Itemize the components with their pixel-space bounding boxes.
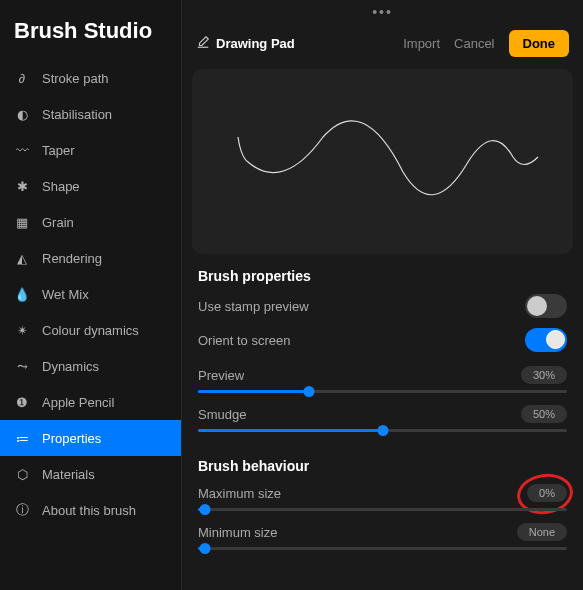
smudge-value: 50%: [521, 405, 567, 423]
orient-toggle[interactable]: [525, 328, 567, 352]
sidebar-item-label: Taper: [42, 143, 75, 158]
sidebar-list: ∂Stroke path◐Stabilisation〰Taper✱Shape▦G…: [0, 60, 181, 590]
sidebar-item-label: Apple Pencil: [42, 395, 114, 410]
orient-label: Orient to screen: [198, 333, 291, 348]
sidebar-item-label: Dynamics: [42, 359, 99, 374]
sidebar-item-label: Stabilisation: [42, 107, 112, 122]
app-title: Brush Studio: [0, 0, 181, 60]
sidebar-item-label: Grain: [42, 215, 74, 230]
sidebar-item-label: Shape: [42, 179, 80, 194]
min-size-value: None: [517, 523, 567, 541]
import-button[interactable]: Import: [403, 36, 440, 51]
brush-properties-section: Brush properties Use stamp preview Orien…: [182, 268, 583, 458]
preview-slider[interactable]: [198, 390, 567, 393]
drawing-canvas[interactable]: [192, 69, 573, 254]
smudge-slider[interactable]: [198, 429, 567, 432]
done-button[interactable]: Done: [509, 30, 570, 57]
properties-icon: ≔: [14, 430, 30, 446]
header-actions: Import Cancel Done: [403, 30, 569, 57]
stroke-path-icon: ∂: [14, 70, 30, 86]
max-size-label: Maximum size: [198, 486, 281, 501]
grain-icon: ▦: [14, 214, 30, 230]
materials-icon: ⬡: [14, 466, 30, 482]
sidebar-item-dynamics[interactable]: ⤳Dynamics: [0, 348, 181, 384]
sidebar-item-stabilisation[interactable]: ◐Stabilisation: [0, 96, 181, 132]
section-title-properties: Brush properties: [198, 268, 567, 284]
brush-behaviour-section: Brush behaviour Maximum size 0% Minimum …: [182, 458, 583, 576]
sidebar-item-label: Stroke path: [42, 71, 109, 86]
dynamics-icon: ⤳: [14, 358, 30, 374]
smudge-label: Smudge: [198, 407, 246, 422]
max-size-value: 0%: [527, 484, 567, 502]
sidebar-item-label: Materials: [42, 467, 95, 482]
sidebar-item-stroke-path[interactable]: ∂Stroke path: [0, 60, 181, 96]
shape-icon: ✱: [14, 178, 30, 194]
min-size-slider[interactable]: [198, 547, 567, 550]
drawing-pad-label: Drawing Pad: [216, 36, 295, 51]
sidebar-item-taper[interactable]: 〰Taper: [0, 132, 181, 168]
sidebar-item-rendering[interactable]: ◭Rendering: [0, 240, 181, 276]
main-panel: ••• Drawing Pad Import Cancel Done Brush…: [182, 0, 583, 590]
stroke-preview: [223, 102, 543, 222]
sidebar-item-about[interactable]: ⓘAbout this brush: [0, 492, 181, 528]
sidebar-item-wet-mix[interactable]: 💧Wet Mix: [0, 276, 181, 312]
sidebar-item-label: Rendering: [42, 251, 102, 266]
apple-pencil-icon: ❶: [14, 394, 30, 410]
cancel-button[interactable]: Cancel: [454, 36, 494, 51]
sidebar-item-grain[interactable]: ▦Grain: [0, 204, 181, 240]
stamp-preview-toggle[interactable]: [525, 294, 567, 318]
preview-label: Preview: [198, 368, 244, 383]
edit-icon: [196, 35, 210, 52]
sidebar-item-label: Colour dynamics: [42, 323, 139, 338]
stabilisation-icon: ◐: [14, 106, 30, 122]
more-icon[interactable]: •••: [182, 0, 583, 20]
about-icon: ⓘ: [14, 502, 30, 518]
stamp-preview-label: Use stamp preview: [198, 299, 309, 314]
sidebar-item-apple-pencil[interactable]: ❶Apple Pencil: [0, 384, 181, 420]
min-size-label: Minimum size: [198, 525, 277, 540]
section-title-behaviour: Brush behaviour: [198, 458, 567, 474]
taper-icon: 〰: [14, 142, 30, 158]
sidebar-item-label: Wet Mix: [42, 287, 89, 302]
colour-dynamics-icon: ✴: [14, 322, 30, 338]
preview-value: 30%: [521, 366, 567, 384]
sidebar-item-colour-dynamics[interactable]: ✴Colour dynamics: [0, 312, 181, 348]
sidebar-item-materials[interactable]: ⬡Materials: [0, 456, 181, 492]
drawing-pad-button[interactable]: Drawing Pad: [196, 35, 295, 52]
max-size-slider[interactable]: [198, 508, 567, 511]
sidebar-item-properties[interactable]: ≔Properties: [0, 420, 181, 456]
sidebar-item-label: About this brush: [42, 503, 136, 518]
header: Drawing Pad Import Cancel Done: [182, 20, 583, 69]
sidebar-item-label: Properties: [42, 431, 101, 446]
wet-mix-icon: 💧: [14, 286, 30, 302]
sidebar-item-shape[interactable]: ✱Shape: [0, 168, 181, 204]
sidebar: Brush Studio ∂Stroke path◐Stabilisation〰…: [0, 0, 182, 590]
rendering-icon: ◭: [14, 250, 30, 266]
